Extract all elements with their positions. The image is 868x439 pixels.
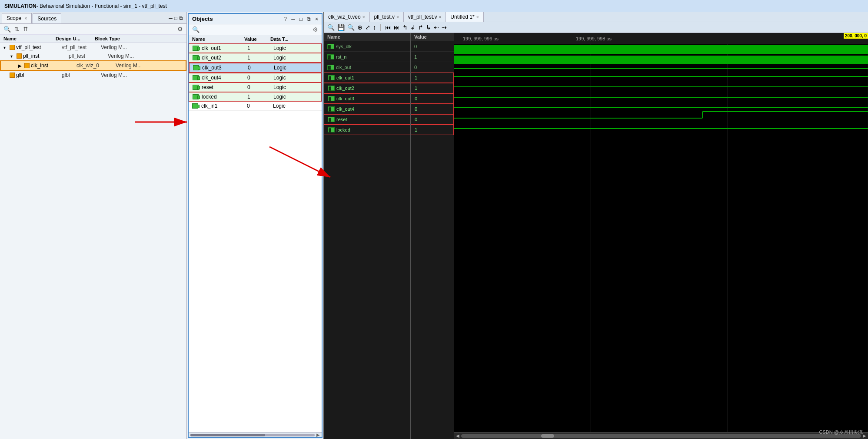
objects-float-icon[interactable]: ⧉: [307, 16, 311, 22]
objects-maximize-icon[interactable]: □: [299, 16, 303, 22]
objects-list: clk_out1 1 Logic clk_out2 1 Logic clk_ou…: [189, 43, 322, 432]
scope-column-headers: Name Design U... Block Type: [0, 35, 186, 43]
scrollbar-thumb[interactable]: [541, 434, 554, 438]
svg-rect-3: [454, 45, 868, 54]
signal-icon-reset: ▓: [328, 117, 335, 122]
obj-col-type-header: Data T...: [270, 36, 318, 42]
objects-header: Objects ? ─ □ ⧉ ×: [189, 14, 322, 24]
sim-label: SIMULATION: [4, 3, 37, 9]
objects-help-icon[interactable]: ?: [284, 16, 287, 22]
obj-settings-icon[interactable]: ⚙: [313, 26, 318, 33]
signal-icon-sys-clk: ▓: [327, 44, 334, 49]
tab-scope[interactable]: Scope ×: [2, 13, 32, 23]
obj-row-reset[interactable]: reset 0 Logic: [189, 83, 322, 92]
wave-prev-rise-icon[interactable]: ↰: [402, 24, 408, 31]
tree-row-glbl[interactable]: glbl glbl Verilog M...: [0, 71, 186, 79]
tab-scope-close[interactable]: ×: [24, 16, 27, 21]
wave-values-header: Value: [411, 33, 454, 41]
tree-row-clk-inst[interactable]: ▶ clk_inst clk_wiz_0 Verilog M...: [0, 60, 186, 71]
obj-row-clk-out3[interactable]: clk_out3 0 Logic: [189, 63, 322, 73]
timestamp-1: 199, 999, 996 ps: [463, 36, 499, 41]
wave-names-header: Name: [324, 33, 410, 41]
wave-values-panel: Value 0 1 0 1 1 0 0 0 1: [411, 33, 454, 439]
wave-prev-fall-icon[interactable]: ↲: [410, 24, 416, 31]
wave-signal-clk-out4[interactable]: ▓ clk_out4: [324, 104, 410, 114]
tree-row-vtf-pll-test[interactable]: ▾ vtf_pll_test vtf_pll_test Verilog M...: [0, 43, 186, 52]
svg-rect-4: [454, 56, 868, 64]
tab-untitled1[interactable]: Untitled 1* ×: [446, 12, 483, 22]
wave-signal-rst-n[interactable]: ▓ rst_n: [324, 52, 410, 62]
settings-icon[interactable]: ⚙: [177, 26, 183, 33]
obj-row-locked[interactable]: locked 1 Logic: [189, 92, 322, 102]
tab-clk-wiz-veo-close[interactable]: ×: [362, 15, 365, 20]
panel-maximize-icon[interactable]: □: [174, 15, 177, 21]
tab-untitled1-close[interactable]: ×: [476, 15, 479, 20]
wave-next-edge-icon[interactable]: ⇢: [442, 24, 447, 31]
wave-zoom-in-icon[interactable]: ⊕: [357, 24, 362, 31]
wave-bottom-scrollbar[interactable]: ◀ ▶: [454, 432, 868, 439]
expand-all-icon[interactable]: ⇈: [23, 26, 28, 33]
signal-icon-clk-out2: ▓: [328, 86, 335, 91]
scrollbar-track[interactable]: [461, 434, 861, 438]
tab-sources[interactable]: Sources: [33, 13, 61, 23]
scroll-left-btn[interactable]: ◀: [456, 433, 459, 438]
module-icon-glbl: [10, 73, 15, 78]
tab-vtf-pll-test-v[interactable]: vtf_pll_test.v ×: [404, 12, 446, 22]
wave-cursor-icon[interactable]: ↕: [373, 24, 376, 31]
wave-signal-locked[interactable]: ▓ locked: [324, 125, 410, 135]
tab-pll-test-v[interactable]: pll_test.v ×: [370, 12, 404, 22]
wave-signal-sys-clk[interactable]: ▓ sys_clk: [324, 41, 410, 52]
wave-signal-clk-out[interactable]: ▓ clk_out: [324, 62, 410, 73]
signal-icon-rst-n: ▓: [327, 54, 334, 59]
objects-minimize-icon[interactable]: ─: [291, 16, 295, 22]
search-icon[interactable]: 🔍: [3, 26, 11, 33]
waveform-canvas[interactable]: [454, 44, 868, 432]
obj-row-clk-out2[interactable]: clk_out2 1 Logic: [189, 53, 322, 63]
obj-row-clk-out4[interactable]: clk_out4 0 Logic: [189, 73, 322, 83]
wave-signal-clk-out1[interactable]: ▓ clk_out1: [324, 73, 410, 83]
tree-row-pll-inst[interactable]: ▾ pll_inst pll_test Verilog M...: [0, 52, 186, 60]
wave-signal-reset[interactable]: ▓ reset: [324, 114, 410, 125]
tab-vtf-pll-test-v-close[interactable]: ×: [439, 15, 441, 20]
scroll-right-icon[interactable]: ▶: [316, 432, 320, 437]
panel-popout-icon[interactable]: ⧉: [179, 15, 183, 21]
obj-row-clk-in1[interactable]: clk_in1 0 Logic: [189, 102, 322, 111]
col-design-header: Design U...: [56, 36, 95, 41]
wave-signal-clk-out2[interactable]: ▓ clk_out2: [324, 83, 410, 93]
objects-scrollbar[interactable]: ▶: [189, 432, 322, 437]
wave-first-icon[interactable]: ⏮: [385, 24, 391, 31]
wave-canvas-header: 199, 999, 996 ps 199, 999, 998 ps 200, 0…: [454, 33, 868, 44]
tab-clk-wiz-veo[interactable]: clk_wiz_0.veo ×: [324, 12, 370, 22]
wave-next-rise-icon[interactable]: ↱: [418, 24, 423, 31]
wave-signal-clk-out3[interactable]: ▓ clk_out3: [324, 93, 410, 104]
wave-value-clk-out3: 0: [411, 93, 454, 104]
obj-search-icon[interactable]: 🔍: [192, 26, 200, 33]
signal-icon-locked: ▓: [328, 127, 335, 132]
collapse-all-icon[interactable]: ⇅: [14, 26, 20, 33]
wave-prev-edge-icon[interactable]: ⇠: [434, 24, 439, 31]
signal-icon-clk-out4: ▓: [328, 106, 335, 112]
wave-zoom-fit-icon[interactable]: 🔍: [347, 24, 355, 31]
wave-expand-icon[interactable]: ⤢: [365, 24, 370, 31]
scroll-right-btn[interactable]: ▶: [863, 433, 866, 438]
obj-icon-locked: [193, 94, 200, 100]
csdn-watermark: CSDN @岁月指尖流: [819, 429, 863, 436]
objects-close-icon[interactable]: ×: [315, 16, 318, 22]
tab-pll-test-v-close[interactable]: ×: [396, 15, 399, 20]
signal-icon-clk-out3: ▓: [328, 96, 335, 101]
wave-search-icon[interactable]: 🔍: [327, 24, 335, 31]
panel-minimize-icon[interactable]: ─: [169, 15, 173, 21]
wave-next-fall-icon[interactable]: ↳: [426, 24, 431, 31]
obj-icon-clk-out2: [193, 55, 200, 61]
obj-row-clk-out1[interactable]: clk_out1 1 Logic: [189, 43, 322, 53]
wave-value-clk-out4: 0: [411, 104, 454, 114]
wave-value-clk-out2: 1: [411, 83, 454, 93]
objects-title: Objects: [192, 16, 282, 22]
obj-icon-clk-out1: [193, 45, 200, 51]
obj-icon-clk-out4: [193, 75, 200, 81]
tree-arrow-pll: ▾: [10, 54, 17, 59]
sim-subtitle: - Behavioral Simulation - Functional - s…: [37, 3, 167, 9]
wave-last-icon[interactable]: ⏭: [394, 24, 400, 31]
col-name-header: Name: [3, 36, 56, 41]
wave-save-icon[interactable]: 💾: [337, 24, 345, 31]
